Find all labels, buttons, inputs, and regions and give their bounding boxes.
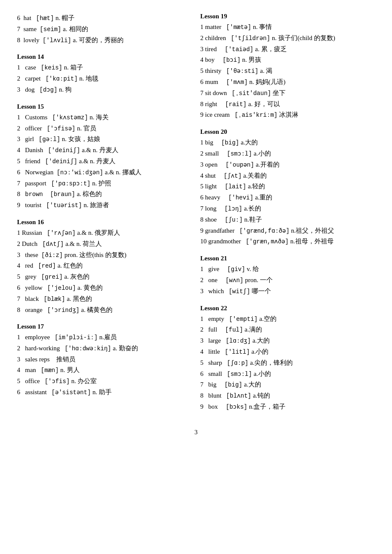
vocab-item: 6 hat [hæt] n. 帽子 (17, 13, 192, 24)
vocab-item: 4 little ['litl] a.小的 (200, 346, 375, 358)
lesson-title-15: Lesson 15 (17, 103, 192, 110)
vocab-item: 8 brown [braun] a. 棕色的 (17, 189, 192, 200)
lesson-title-21: Lesson 21 (200, 255, 375, 262)
vocab-item: 2 Dutch [dʌtʃ] a.& n. 荷兰人 (17, 239, 192, 250)
vocab-item: 5 thirsty ['θəːsti] a. 渴 (200, 66, 375, 77)
vocab-item: 7 black [blæk] a. 黑色的 (17, 294, 192, 305)
vocab-item: 3 open ['oupən] a.开着的 (200, 159, 375, 170)
vocab-item: 7 long [lɔŋ] a.长的 (200, 203, 375, 214)
vocab-item: 3 dog [dɔg] n. 狗 (17, 84, 192, 95)
vocab-item: 4 red [red] a. 红色的 (17, 260, 192, 271)
vocab-item: 9 tourist ['tuərist] n. 旅游者 (17, 200, 192, 211)
lesson-title-16: Lesson 16 (17, 219, 192, 226)
vocab-item: 1 empty ['empti] a.空的 (200, 314, 375, 325)
vocab-item: 3 these [ðiːz] pron. 这些(this 的复数) (17, 250, 192, 261)
vocab-item: 3 which [witʃ] 哪一个 (200, 286, 375, 297)
vocab-item: 1 matter ['mætə] n. 事情 (200, 22, 375, 33)
vocab-item: 6 assistant [ə'sistənt] n. 助手 (17, 387, 192, 398)
lesson-title-19: Lesson 19 (200, 13, 375, 20)
vocab-item: 7 same [seim] a. 相同的 (17, 24, 192, 35)
vocab-item: 5 office ['ɔfis] n. 办公室 (17, 376, 192, 387)
right-column: Lesson 19 1 matter ['mætə] n. 事情 2 child… (196, 13, 375, 420)
lesson-block-16: Lesson 16 1 Russian ['rʌʃən] a.& n. 俄罗斯人… (17, 219, 192, 315)
vocab-item: 3 tired ['taiəd] a. 累，疲乏 (200, 44, 375, 55)
vocab-item: 2 officer ['ɔfisə] n. 官员 (17, 123, 192, 134)
lesson-block-15: Lesson 15 1 Customs ['kʌstəmz] n. 海关 2 o… (17, 103, 192, 211)
vocab-item: 1 big [big] a.大的 (200, 137, 375, 148)
vocab-item: 9 ice cream [ˌais'kriːm] 冰淇淋 (200, 110, 375, 121)
vocab-item: 6 heavy ['hevi] a.重的 (200, 192, 375, 203)
vocab-item: 8 shoe [ʃuː] n.鞋子 (200, 214, 375, 225)
lesson-block-19: Lesson 19 1 matter ['mætə] n. 事情 2 child… (200, 13, 375, 121)
vocab-item: 5 light [lait] a.轻的 (200, 181, 375, 192)
page-layout: 6 hat [hæt] n. 帽子 7 same [seim] a. 相同的 8… (17, 13, 375, 420)
vocab-item: 7 sit down [ˌsit'daun] 坐下 (200, 88, 375, 99)
lesson-block-17: Lesson 17 1 employee [im'plɔi-iː] n.雇员 2… (17, 323, 192, 398)
vocab-item: 4 boy [bɔi] n. 男孩 (200, 55, 375, 66)
lesson-title-20: Lesson 20 (200, 128, 375, 136)
lesson-title-14: Lesson 14 (17, 53, 192, 61)
vocab-item: 4 shut [ʃʌt] a.关着的 (200, 170, 375, 182)
vocab-item: 3 girl [gəːl] n. 女孩，姑娘 (17, 134, 192, 145)
vocab-item: 1 Russian ['rʌʃən] a.& n. 俄罗斯人 (17, 228, 192, 239)
vocab-item: 2 children ['tʃildrən] n. 孩子们(child 的复数) (200, 33, 375, 44)
vocab-item: 6 Norwegian [nɔː'wiːdʒən] a.& n. 挪威人 (17, 167, 192, 178)
vocab-item: 9 grandfather ['grænd,fɑːðə] n.祖父，外祖父 (200, 225, 375, 237)
vocab-item: 5 friend ['deiniʃ] a.& n. 丹麦人 (17, 156, 192, 167)
lesson-block-22: Lesson 22 1 empty ['empti] a.空的 2 full [… (200, 305, 375, 413)
lesson-block-20: Lesson 20 1 big [big] a.大的 2 small [smɔː… (200, 128, 375, 247)
vocab-item: 2 hard-working ['hɑːdwəːkiŋ] a. 勤奋的 (17, 343, 192, 354)
vocab-item: 8 right [rait] a. 好，可以 (200, 99, 375, 110)
vocab-item: 2 carpet ['kɑːpit] n. 地毯 (17, 73, 192, 84)
vocab-item: 6 yellow ['jelou] a. 黄色的 (17, 283, 192, 294)
vocab-item: 8 lovely ['lʌvli] a. 可爱的，秀丽的 (17, 35, 192, 46)
lesson-title-22: Lesson 22 (200, 305, 375, 312)
lesson-block-14: Lesson 14 1 case [keis] n. 箱子 2 carpet [… (17, 53, 192, 95)
vocab-item: 6 mum ['mʌm] n. 妈妈(儿语) (200, 77, 375, 88)
vocab-item: 7 big [big] a.大的 (200, 379, 375, 390)
vocab-item: 10 grandmother ['græn,mʌðə] n.祖母，外祖母 (200, 236, 375, 247)
vocab-item: 8 orange ['ɔrindʒ] a. 橘黄色的 (17, 305, 192, 316)
page-number: 3 (17, 429, 375, 436)
vocab-item: 6 small [smɔːl] a.小的 (200, 369, 375, 380)
vocab-item: 5 grey [grei] a. 灰色的 (17, 271, 192, 283)
vocab-item: 4 man [mæn] n. 男人 (17, 365, 192, 376)
vocab-item: 3 large [lɑːdʒ] a.大的 (200, 335, 375, 346)
vocab-item: 7 passport ['pɑːspɔːt] n. 护照 (17, 178, 192, 189)
left-column: 6 hat [hæt] n. 帽子 7 same [seim] a. 相同的 8… (17, 13, 196, 420)
lesson-block-continuation: 6 hat [hæt] n. 帽子 7 same [seim] a. 相同的 8… (17, 13, 192, 46)
vocab-item: 3 sales reps 推销员 (17, 354, 192, 365)
vocab-item: 5 sharp [ʃɑːp] a.尖的，锋利的 (200, 358, 375, 369)
vocab-item: 1 case [keis] n. 箱子 (17, 62, 192, 73)
vocab-item: 1 Customs ['kʌstəmz] n. 海关 (17, 112, 192, 123)
vocab-item: 4 Danish ['deiniʃ] a.& n. 丹麦人 (17, 145, 192, 156)
vocab-item: 1 give [giv] v. 给 (200, 264, 375, 275)
lesson-block-21: Lesson 21 1 give [giv] v. 给 2 one [wʌn] … (200, 255, 375, 297)
vocab-item: 1 employee [im'plɔi-iː] n.雇员 (17, 332, 192, 343)
vocab-item: 8 blunt [blʌnt] a.钝的 (200, 390, 375, 401)
vocab-item: 9 box [bɔks] n.盒子，箱子 (200, 401, 375, 413)
vocab-item: 2 full [ful] a.满的 (200, 324, 375, 335)
lesson-title-17: Lesson 17 (17, 323, 192, 330)
vocab-item: 2 small [smɔːl] a.小的 (200, 148, 375, 159)
vocab-item: 2 one [wʌn] pron. 一个 (200, 275, 375, 286)
